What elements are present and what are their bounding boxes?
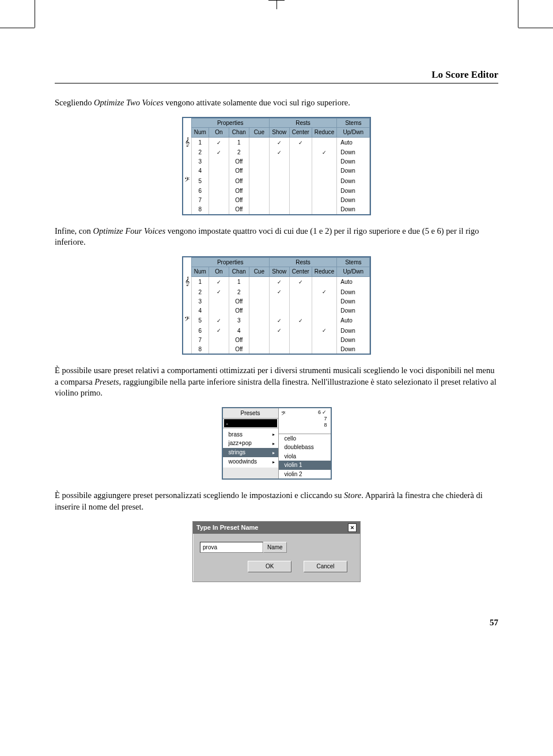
presets-selected[interactable]: - [224, 419, 277, 427]
dialog-title: Type In Preset Name [196, 523, 258, 532]
voice-table-2: PropertiesRestsStemsNumOnChanCueShowCent… [182, 256, 372, 355]
preset-submenu-item[interactable]: cello [279, 434, 331, 443]
preset-menu-item[interactable]: brass [223, 430, 278, 439]
preset-menu-item[interactable]: strings [223, 448, 278, 457]
preset-submenu-item[interactable]: violin 1 [279, 461, 331, 470]
preset-submenu-item[interactable]: violin 2 [279, 470, 331, 479]
presets-menu: Presets - brassjazz+popstringswoodwinds … [222, 407, 332, 480]
voice-table-1: PropertiesRestsStemsNumOnChanCueShowCent… [182, 117, 372, 215]
paragraph-3: È possibile usare preset relativi a comp… [55, 365, 498, 399]
header-title: Lo Score Editor [431, 69, 498, 80]
close-icon[interactable]: × [348, 523, 357, 532]
preset-menu-item[interactable]: woodwinds [223, 457, 278, 466]
name-label: Name [263, 542, 287, 553]
presets-title: Presets [223, 408, 278, 419]
cancel-button[interactable]: Cancel [304, 561, 347, 572]
paragraph-1: Scegliendo Optimize Two Voices vengono a… [55, 97, 498, 109]
page-number: 57 [55, 617, 498, 628]
preset-submenu-item[interactable]: viola [279, 452, 331, 461]
page-header: Lo Score Editor [55, 69, 498, 83]
ok-button[interactable]: OK [248, 561, 291, 572]
preset-menu-item[interactable]: jazz+pop [223, 439, 278, 448]
preset-name-input[interactable]: prova [200, 542, 263, 553]
preset-name-dialog: Type In Preset Name × prova Name OK Canc… [192, 521, 361, 582]
bass-clef-icon: 𝄢 [281, 409, 286, 419]
paragraph-2: Infine, con Optimize Four Voices vengono… [55, 226, 498, 248]
paragraph-4: È possibile aggiungere preset personaliz… [55, 490, 498, 512]
preset-submenu-item[interactable]: doublebass [279, 443, 331, 452]
